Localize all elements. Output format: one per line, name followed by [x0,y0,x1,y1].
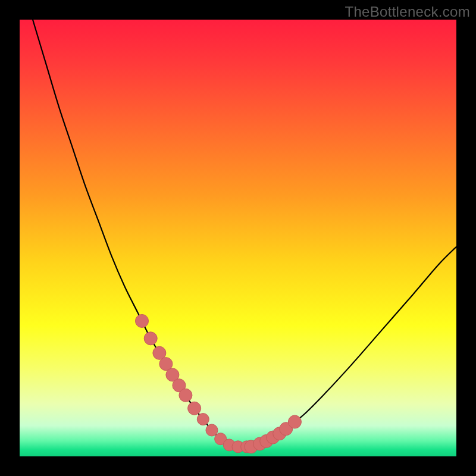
curve-marker [288,415,301,428]
curve-marker [144,332,157,345]
curve-marker [136,314,149,327]
plot-area [20,20,456,456]
curve-marker [206,424,218,436]
marker-cluster-left-branch [136,314,201,415]
curve-marker [188,402,201,415]
curve-marker [179,389,192,402]
marker-cluster-right-branch [245,415,301,453]
bottleneck-curve [33,20,456,447]
curve-marker [197,414,209,425]
outer-black-frame: TheBottleneck.com [0,0,476,476]
watermark-text: TheBottleneck.com [345,4,470,20]
curve-layer [20,20,456,456]
